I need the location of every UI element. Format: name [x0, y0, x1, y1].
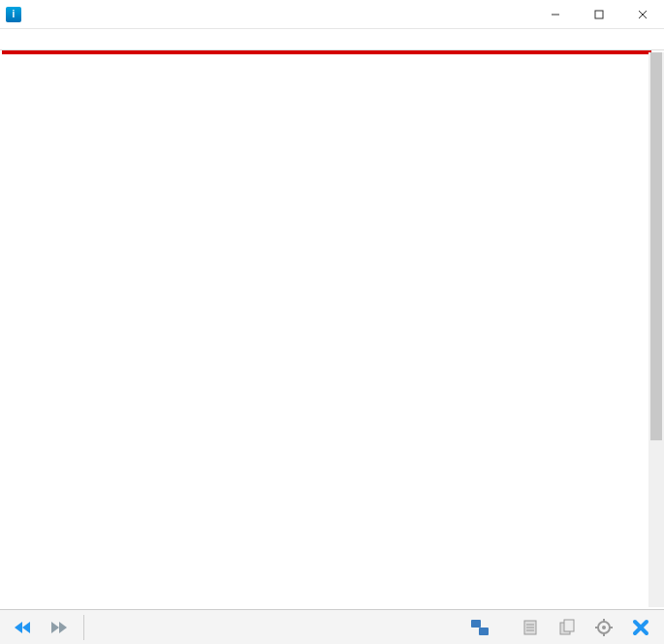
sensor-grid	[0, 50, 664, 607]
titlebar: i	[0, 0, 664, 29]
highlight-box	[2, 50, 651, 54]
svg-rect-15	[564, 620, 574, 631]
scrollbar[interactable]	[648, 52, 664, 607]
svg-rect-1	[595, 11, 603, 18]
svg-point-17	[602, 626, 606, 629]
minimize-button[interactable]	[533, 0, 577, 29]
svg-marker-4	[15, 622, 22, 633]
svg-marker-5	[22, 622, 30, 633]
app-icon: i	[6, 7, 21, 22]
logging-button[interactable]	[513, 613, 548, 642]
bottom-toolbar	[0, 609, 664, 644]
network-button[interactable]	[462, 613, 497, 642]
toolbar-separator	[83, 615, 84, 640]
svg-marker-7	[59, 622, 67, 633]
copy-button[interactable]	[550, 613, 585, 642]
nav-back-button[interactable]	[6, 613, 41, 642]
nav-forward-button[interactable]	[43, 613, 78, 642]
column-headers[interactable]	[0, 29, 664, 50]
svg-rect-8	[471, 620, 481, 628]
scrollbar-thumb[interactable]	[650, 52, 662, 440]
settings-button[interactable]	[586, 613, 621, 642]
svg-marker-6	[51, 622, 59, 633]
close-tool-button[interactable]	[623, 613, 658, 642]
svg-rect-9	[479, 628, 489, 635]
close-button[interactable]	[620, 0, 664, 29]
maximize-button[interactable]	[577, 0, 620, 29]
